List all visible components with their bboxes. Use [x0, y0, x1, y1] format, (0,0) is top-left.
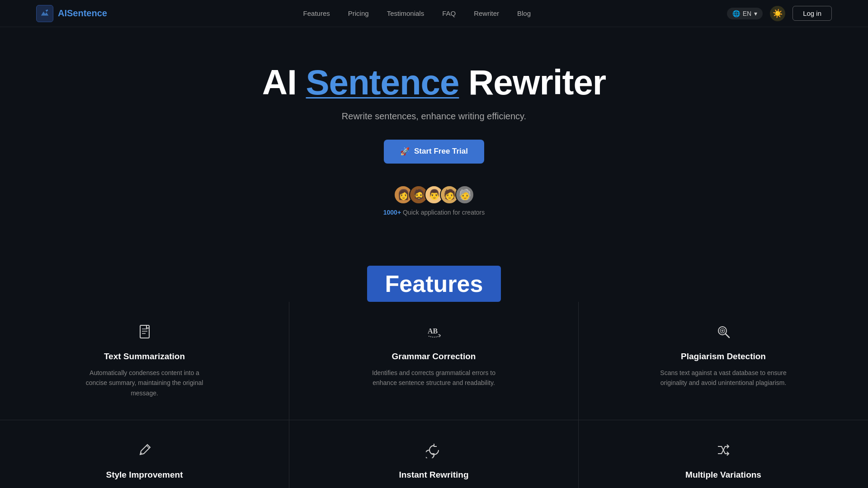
rocket-icon: 🚀	[400, 147, 410, 156]
feature-name-plagiarism-detection: Plagiarism Detection	[681, 352, 766, 361]
feature-grammar-correction: AB Grammar Correction Identifies and cor…	[289, 302, 579, 420]
nav-pricing[interactable]: Pricing	[348, 9, 369, 17]
features-grid: Text Summarization Automatically condens…	[0, 302, 868, 488]
lang-label: EN	[743, 10, 751, 17]
feature-desc-instant-rewriting: Provides immediate suggestions for sente…	[371, 486, 497, 488]
feature-desc-multiple-variations: Generates diverse versions of a sentence…	[660, 486, 787, 488]
feature-name-instant-rewriting: Instant Rewriting	[399, 470, 468, 480]
svg-rect-1	[140, 325, 149, 338]
svg-text:AB: AB	[428, 327, 438, 335]
feature-name-style-improvement: Style Improvement	[106, 470, 183, 480]
login-button[interactable]: Log in	[793, 6, 832, 21]
nav-links: Features Pricing Testimonials FAQ Rewrit…	[303, 9, 531, 17]
logo-icon	[36, 5, 53, 22]
feature-instant-rewriting: Instant Rewriting Provides immediate sug…	[289, 420, 579, 488]
nav-blog[interactable]: Blog	[517, 9, 531, 17]
navbar: AISentence Features Pricing Testimonials…	[0, 0, 868, 27]
search-magnify-icon	[715, 324, 731, 343]
avatar-5: 🧓	[455, 185, 474, 204]
feature-text-summarization: Text Summarization Automatically condens…	[0, 302, 289, 420]
theme-toggle-button[interactable]: ☀️	[770, 6, 785, 21]
hero-section: AI Sentence Rewriter Rewrite sentences, …	[0, 27, 868, 252]
svg-line-7	[726, 334, 729, 338]
feature-desc-style-improvement: Refines sentence fluency and word choice…	[84, 486, 204, 488]
avatars-row: 👩 🧔 👨 🧑 🧓	[394, 185, 474, 204]
document-icon	[137, 324, 153, 343]
pencil-icon	[137, 442, 153, 462]
nav-right: 🌐 EN ▾ ☀️ Log in	[727, 6, 832, 21]
logo[interactable]: AISentence	[36, 5, 107, 22]
feature-name-multiple-variations: Multiple Variations	[685, 470, 761, 480]
language-selector[interactable]: 🌐 EN ▾	[727, 8, 763, 19]
feature-style-improvement: Style Improvement Refines sentence fluen…	[0, 420, 289, 488]
feature-desc-plagiarism-detection: Scans text against a vast database to en…	[660, 368, 787, 388]
refresh-icon	[426, 442, 442, 462]
hero-title: AI Sentence Rewriter	[262, 63, 606, 102]
feature-desc-text-summarization: Automatically condenses content into a c…	[81, 368, 208, 398]
nav-faq[interactable]: FAQ	[442, 9, 456, 17]
feature-desc-grammar-correction: Identifies and corrects grammatical erro…	[371, 368, 497, 388]
nav-rewriter[interactable]: Rewriter	[474, 9, 499, 17]
feature-plagiarism-detection: Plagiarism Detection Scans text against …	[579, 302, 868, 420]
logo-text: AISentence	[58, 8, 107, 19]
social-proof: 👩 🧔 👨 🧑 🧓 1000+ Quick application for cr…	[383, 185, 485, 216]
cta-label: Start Free Trial	[414, 147, 468, 156]
chevron-down-icon: ▾	[754, 10, 757, 17]
sun-icon: ☀️	[773, 9, 783, 19]
start-free-trial-button[interactable]: 🚀 Start Free Trial	[384, 140, 484, 164]
svg-point-0	[47, 9, 48, 11]
globe-icon: 🌐	[732, 10, 740, 17]
nav-testimonials[interactable]: Testimonials	[387, 9, 425, 17]
feature-name-grammar-correction: Grammar Correction	[392, 352, 476, 361]
nav-features[interactable]: Features	[303, 9, 330, 17]
feature-name-text-summarization: Text Summarization	[104, 352, 185, 361]
features-title-wrapper: Features	[0, 266, 868, 302]
features-title-badge: Features	[367, 266, 501, 302]
shuffle-icon	[715, 442, 731, 462]
hero-subtitle: Rewrite sentences, enhance writing effic…	[342, 111, 526, 122]
feature-multiple-variations: Multiple Variations Generates diverse ve…	[579, 420, 868, 488]
user-count-text: 1000+ Quick application for creators	[383, 209, 485, 216]
grammar-icon: AB	[426, 324, 442, 343]
